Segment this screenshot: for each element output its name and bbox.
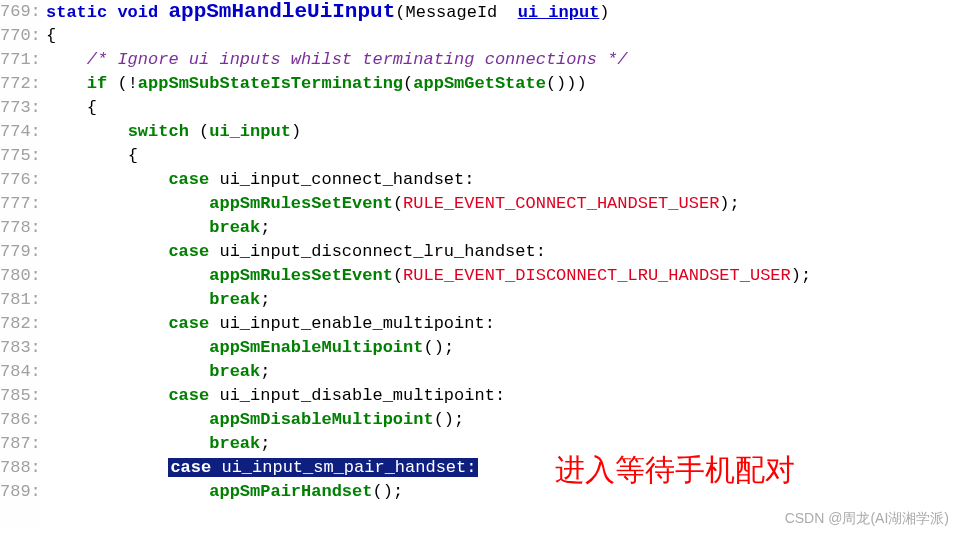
keyword-case: case [168,314,209,333]
code-line[interactable]: appSmPairHandset(); [46,480,959,504]
code-line[interactable]: switch (ui_input) [46,120,959,144]
line-number: 780: [0,264,36,288]
function-call: appSmPairHandset [209,482,372,501]
line-number: 782: [0,312,36,336]
code-line[interactable]: case ui_input_disable_multipoint: [46,384,959,408]
function-call: appSmSubStateIsTerminating [138,74,403,93]
code-line[interactable]: case ui_input_enable_multipoint: [46,312,959,336]
line-number: 788: [0,456,36,480]
constant: RULE_EVENT_CONNECT_HANDSET_USER [403,194,719,213]
code-line[interactable]: appSmEnableMultipoint(); [46,336,959,360]
code-line[interactable]: appSmDisableMultipoint(); [46,408,959,432]
line-number: 774: [0,120,36,144]
keyword-break: break [209,434,260,453]
line-number: 786: [0,408,36,432]
code-line[interactable]: break; [46,288,959,312]
line-number: 783: [0,336,36,360]
case-label: ui_input_disconnect_lru_handset [219,242,535,261]
identifier: ui_input [209,122,291,141]
brace-open: { [128,146,138,165]
code-editor[interactable]: 769: 770: 771: 772: 773: 774: 775: 776: … [0,0,959,528]
code-line[interactable]: break; [46,432,959,456]
code-line[interactable]: appSmRulesSetEvent(RULE_EVENT_DISCONNECT… [46,264,959,288]
keyword-break: break [209,290,260,309]
function-call: appSmRulesSetEvent [209,266,393,285]
line-number [0,504,36,528]
line-number: 785: [0,384,36,408]
code-line[interactable]: appSmRulesSetEvent(RULE_EVENT_CONNECT_HA… [46,192,959,216]
code-line[interactable]: break; [46,216,959,240]
watermark-text: CSDN @周龙(AI湖湘学派) [785,510,949,528]
code-line[interactable]: case ui_input_connect_handset: [46,168,959,192]
keyword-case: case [168,386,209,405]
line-number-gutter: 769: 770: 771: 772: 773: 774: 775: 776: … [0,0,40,528]
line-number: 775: [0,144,36,168]
line-number: 789: [0,480,36,504]
code-line-selected[interactable]: case ui_input_sm_pair_handset: [46,456,959,480]
code-line[interactable]: { [46,96,959,120]
brace-open: { [87,98,97,117]
brace-open: { [46,26,56,45]
keyword-break: break [209,218,260,237]
code-line[interactable]: static void appSmHandleUiInput(MessageId… [46,0,959,24]
comment: /* Ignore ui inputs whilst terminating c… [87,50,628,69]
keyword-case: case [168,170,209,189]
line-number: 773: [0,96,36,120]
keyword-void: void [117,3,158,22]
function-call: appSmDisableMultipoint [209,410,433,429]
code-line[interactable]: { [46,144,959,168]
selection-highlight: case ui_input_sm_pair_handset: [168,458,478,477]
function-name: appSmHandleUiInput [168,0,395,23]
code-line[interactable]: if (!appSmSubStateIsTerminating(appSmGet… [46,72,959,96]
function-call: appSmGetState [413,74,546,93]
line-number: 778: [0,216,36,240]
code-line[interactable]: { [46,24,959,48]
case-label: ui_input_disable_multipoint [219,386,494,405]
line-number: 772: [0,72,36,96]
code-line[interactable]: case ui_input_disconnect_lru_handset: [46,240,959,264]
line-number: 787: [0,432,36,456]
line-number: 771: [0,48,36,72]
line-number: 781: [0,288,36,312]
constant: RULE_EVENT_DISCONNECT_LRU_HANDSET_USER [403,266,791,285]
line-number: 769: [0,0,36,24]
case-label: ui_input_enable_multipoint [219,314,484,333]
function-call: appSmEnableMultipoint [209,338,423,357]
code-area[interactable]: static void appSmHandleUiInput(MessageId… [40,0,959,528]
param-name: ui_input [518,3,600,22]
keyword-case: case [168,242,209,261]
code-line[interactable]: break; [46,360,959,384]
line-number: 784: [0,360,36,384]
annotation-text: 进入等待手机配对 [555,450,795,491]
case-label: ui_input_connect_handset [219,170,464,189]
line-number: 770: [0,24,36,48]
line-number: 776: [0,168,36,192]
function-call: appSmRulesSetEvent [209,194,393,213]
param-type: MessageId [405,3,497,22]
keyword-switch: switch [128,122,189,141]
line-number: 777: [0,192,36,216]
code-line[interactable]: /* Ignore ui inputs whilst terminating c… [46,48,959,72]
keyword-break: break [209,362,260,381]
keyword-case: case [170,458,211,477]
keyword-if: if [87,74,107,93]
keyword-static: static [46,3,107,22]
line-number: 779: [0,240,36,264]
case-label: ui_input_sm_pair_handset [221,458,466,477]
